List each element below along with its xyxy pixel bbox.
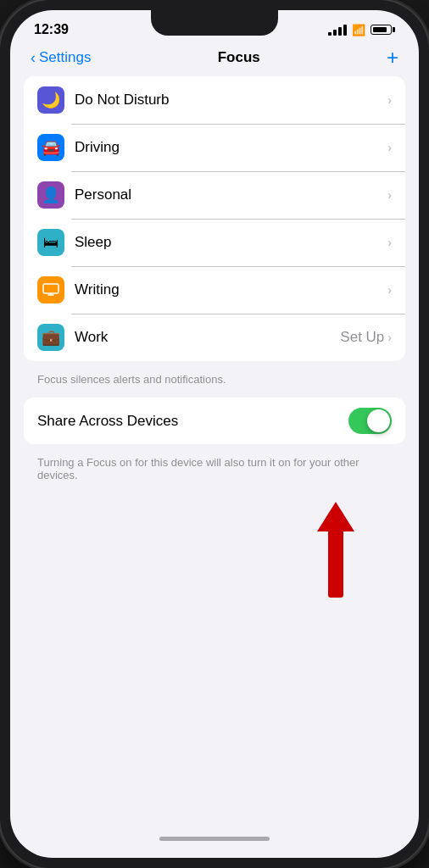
add-button[interactable]: + — [387, 47, 398, 68]
arrow-shaft — [328, 530, 343, 598]
back-button[interactable]: ‹ Settings — [31, 49, 91, 67]
status-icons: 📶 — [328, 24, 395, 36]
back-chevron-icon: ‹ — [31, 49, 36, 67]
chevron-icon: › — [387, 236, 392, 249]
toggle-knob — [367, 409, 390, 432]
wifi-icon: 📶 — [352, 24, 365, 36]
share-devices-item: Share Across Devices — [24, 398, 405, 444]
phone-frame: 12:39 📶 ‹ Se — [0, 0, 429, 868]
chevron-icon: › — [387, 283, 392, 297]
focus-section-footer: Focus silences alerts and notifications. — [24, 366, 405, 398]
focus-list: 🌙 Do Not Disturb › 🚘 Driving › 👤 — [24, 76, 405, 361]
work-label: Work — [75, 329, 340, 346]
chevron-icon: › — [387, 188, 392, 202]
focus-item-personal[interactable]: 👤 Personal › — [24, 171, 405, 219]
work-icon: 💼 — [37, 324, 64, 351]
focus-item-writing[interactable]: Writing › — [24, 266, 405, 314]
red-arrow-annotation — [317, 502, 354, 598]
driving-label: Driving — [75, 139, 387, 156]
notch — [151, 10, 278, 36]
status-time: 12:39 — [34, 22, 69, 37]
share-devices-label: Share Across Devices — [37, 413, 348, 430]
do-not-disturb-label: Do Not Disturb — [75, 92, 387, 108]
chevron-icon: › — [387, 93, 392, 107]
arrow-head — [317, 502, 354, 531]
home-indicator — [159, 837, 270, 841]
focus-item-driving[interactable]: 🚘 Driving › — [24, 124, 405, 171]
personal-icon: 👤 — [37, 181, 64, 209]
chevron-icon: › — [387, 141, 392, 154]
writing-label: Writing — [75, 281, 387, 298]
focus-item-do-not-disturb[interactable]: 🌙 Do Not Disturb › — [24, 76, 405, 124]
driving-icon: 🚘 — [37, 134, 64, 161]
sleep-label: Sleep — [75, 234, 387, 251]
focus-item-sleep[interactable]: 🛏 Sleep › — [24, 219, 405, 266]
focus-item-work[interactable]: 💼 Work Set Up › — [24, 314, 405, 361]
writing-icon — [37, 276, 64, 303]
share-devices-section: Share Across Devices — [24, 398, 405, 444]
share-devices-toggle[interactable] — [348, 408, 392, 434]
battery-icon — [370, 25, 395, 35]
share-devices-footer: Turning a Focus on for this device will … — [24, 449, 405, 493]
signal-icon — [328, 25, 347, 36]
do-not-disturb-icon: 🌙 — [37, 86, 64, 114]
back-label: Settings — [39, 49, 91, 66]
navigation-bar: ‹ Settings Focus + — [10, 44, 419, 76]
work-setup-label: Set Up — [340, 329, 384, 346]
sleep-icon: 🛏 — [37, 229, 64, 256]
svg-rect-0 — [43, 284, 58, 293]
page-title: Focus — [218, 49, 260, 66]
chevron-icon: › — [387, 331, 392, 344]
personal-label: Personal — [75, 186, 387, 203]
phone-screen: 12:39 📶 ‹ Se — [10, 10, 419, 858]
annotation-arrow-container — [24, 502, 405, 598]
content-area: 🌙 Do Not Disturb › 🚘 Driving › 👤 — [10, 76, 419, 598]
